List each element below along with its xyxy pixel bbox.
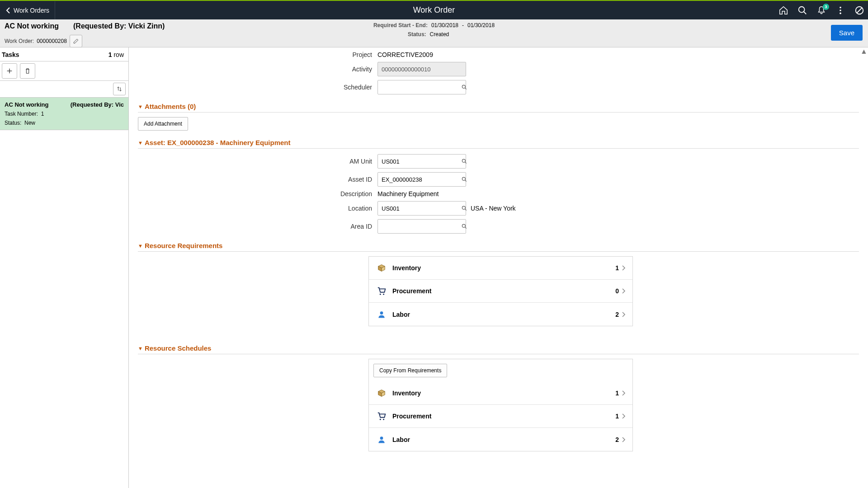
resource-schedules-title: Resource Schedules — [145, 344, 212, 352]
status-value: Created — [430, 31, 449, 38]
asset-section-header[interactable]: ▼ Asset: EX_000000238 - Machinery Equipm… — [138, 139, 859, 149]
edit-button[interactable] — [70, 35, 82, 47]
subheader-left: AC Not working (Requested By: Vicki Zinn… — [5, 22, 165, 47]
assetid-search-button[interactable] — [461, 176, 467, 183]
tasks-row-word: row — [113, 51, 124, 58]
main-scroll[interactable]: Project CORRECTIVE2009 Activity Schedule… — [129, 47, 868, 488]
collapse-icon: ▼ — [138, 243, 143, 249]
resource-item-person[interactable]: Labor2 — [369, 303, 632, 326]
resource-count: 1 — [615, 389, 619, 397]
scheduler-search-button[interactable] — [461, 84, 467, 90]
svg-line-6 — [857, 8, 862, 13]
cart-icon — [375, 411, 388, 421]
sort-icon — [116, 86, 123, 92]
home-icon — [778, 5, 788, 15]
assetid-lookup[interactable] — [377, 172, 466, 187]
project-value: CORRECTIVE2009 — [377, 51, 433, 58]
amunit-input[interactable] — [378, 158, 461, 165]
more-actions-button[interactable] — [835, 5, 845, 15]
sort-row — [0, 81, 128, 98]
scrollbar[interactable]: ▲ — [860, 47, 868, 488]
save-button[interactable]: Save — [831, 25, 863, 41]
activity-label: Activity — [138, 66, 377, 73]
search-button[interactable] — [797, 5, 807, 15]
amunit-search-button[interactable] — [461, 158, 467, 164]
amunit-lookup[interactable] — [377, 154, 466, 169]
resource-schedules-header[interactable]: ▼ Resource Schedules — [138, 344, 859, 354]
work-order-title: AC Not working — [5, 22, 59, 30]
no-entry-icon — [854, 5, 864, 15]
resource-item-inventory[interactable]: Inventory1 — [369, 257, 632, 280]
area-search-button[interactable] — [461, 223, 467, 230]
collapse-icon: ▼ — [138, 140, 143, 145]
resource-schedules-list: Copy From Requirements Inventory1Procure… — [368, 359, 633, 451]
subheader-center: Required Start - End: 01/30/2018 - 01/30… — [373, 22, 495, 38]
task-status-label: Status: — [5, 120, 21, 126]
resource-item-inventory[interactable]: Inventory1 — [369, 382, 632, 405]
task-item[interactable]: AC Not working (Requested By: Vic Task N… — [0, 98, 128, 130]
location-search-button[interactable] — [461, 205, 467, 211]
svg-point-21 — [380, 311, 383, 314]
notifications-button[interactable]: 3 — [816, 5, 826, 15]
location-lookup[interactable] — [377, 201, 466, 216]
scheduler-lookup[interactable] — [377, 80, 466, 94]
attachments-section-header[interactable]: ▼ Attachments (0) — [138, 103, 859, 113]
resource-requirements-header[interactable]: ▼ Resource Requirements — [138, 242, 859, 252]
area-label: Area ID — [138, 223, 377, 230]
sort-button[interactable] — [113, 83, 126, 95]
area-lookup[interactable] — [377, 219, 466, 234]
svg-point-20 — [383, 294, 384, 295]
resource-label: Labor — [392, 311, 615, 318]
collapse-icon: ▼ — [138, 104, 143, 109]
plus-icon — [6, 67, 13, 75]
tasks-toolbar — [0, 61, 128, 81]
back-button[interactable]: Work Orders — [0, 1, 55, 19]
chevron-right-icon — [622, 390, 626, 396]
scroll-up-arrow[interactable]: ▲ — [860, 47, 868, 56]
task-item-title: AC Not working — [5, 101, 49, 108]
svg-point-0 — [799, 6, 805, 12]
svg-line-10 — [465, 88, 467, 89]
chevron-right-icon — [622, 288, 626, 294]
resource-label: Inventory — [392, 389, 615, 397]
svg-point-2 — [840, 6, 841, 8]
tasks-title: Tasks — [2, 51, 19, 58]
resource-item-cart[interactable]: Procurement1 — [369, 405, 632, 428]
required-end: 01/30/2018 — [467, 22, 495, 28]
svg-point-15 — [462, 206, 465, 209]
task-item-req: (Requested By: Vic — [71, 101, 124, 108]
project-label: Project — [138, 51, 377, 58]
copy-from-requirements-button[interactable]: Copy From Requirements — [373, 364, 447, 377]
content-area: Tasks 1 row AC Not working (Requested By… — [0, 47, 868, 488]
unavailable-button[interactable] — [854, 5, 864, 15]
location-label: Location — [138, 205, 377, 212]
svg-line-18 — [465, 227, 467, 229]
add-attachment-button[interactable]: Add Attachment — [138, 117, 188, 131]
svg-point-13 — [462, 177, 465, 180]
app-topbar: Work Orders Work Order 3 — [0, 0, 868, 19]
assetid-label: Asset ID — [138, 176, 377, 183]
cart-icon — [375, 286, 388, 296]
topbar-icons: 3 — [778, 1, 868, 19]
resource-item-cart[interactable]: Procurement0 — [369, 280, 632, 303]
svg-point-17 — [462, 224, 465, 227]
resource-requirements-title: Resource Requirements — [145, 242, 223, 249]
resource-count: 1 — [615, 264, 619, 272]
svg-point-22 — [380, 419, 381, 420]
resource-item-person[interactable]: Labor2 — [369, 428, 632, 451]
chevron-right-icon — [622, 413, 626, 419]
add-task-button[interactable] — [2, 63, 17, 79]
home-button[interactable] — [778, 5, 788, 15]
delete-task-button[interactable] — [20, 63, 35, 79]
svg-point-9 — [462, 85, 465, 88]
location-input[interactable] — [378, 205, 461, 212]
wo-value: 0000000208 — [37, 38, 67, 44]
assetid-input[interactable] — [378, 176, 461, 183]
tasks-count-num: 1 — [108, 51, 112, 58]
area-input[interactable] — [378, 223, 461, 230]
resource-count: 0 — [615, 287, 619, 295]
person-icon — [375, 435, 388, 444]
svg-point-3 — [840, 9, 841, 11]
search-icon — [461, 205, 467, 211]
scheduler-input[interactable] — [378, 84, 461, 91]
